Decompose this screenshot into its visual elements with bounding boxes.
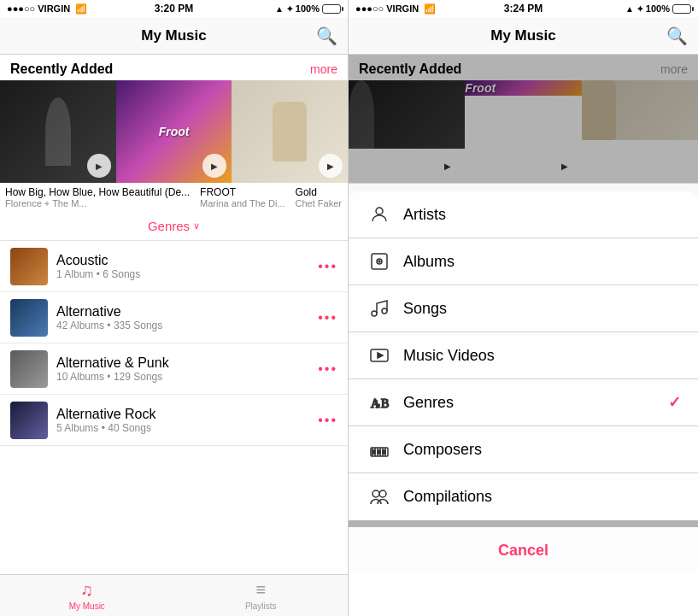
track-name-froot: FROOT	[200, 186, 284, 198]
genres-check-icon: ✓	[668, 393, 681, 412]
right-nav-title: My Music	[490, 27, 556, 44]
play-btn-florence[interactable]: ▶	[87, 154, 111, 178]
action-item-albums[interactable]: Albums	[349, 238, 698, 285]
left-battery-icon	[322, 4, 341, 14]
artist-name-florence: Florence + The M...	[5, 198, 190, 208]
genre-info-acoustic: Acoustic 1 Album • 6 Songs	[56, 253, 318, 280]
artist-name-gold: Chet Faker	[296, 198, 343, 208]
right-location-icon: ▲	[625, 4, 634, 14]
more-dots-altpunk[interactable]: •••	[318, 361, 337, 377]
right-carrier: ●●●○○ VIRGIN 📶	[355, 3, 436, 15]
action-item-compilations[interactable]: Compilations	[349, 473, 698, 520]
more-dots-altrock[interactable]: •••	[318, 413, 337, 428]
album-info-florence: How Big, How Blue, How Beautiful (De... …	[0, 183, 195, 212]
genres-label: Genres	[403, 394, 668, 412]
action-item-songs[interactable]: Songs	[349, 285, 698, 332]
left-tab-bar: ♫ My Music ≡ Playlists	[0, 574, 348, 616]
tab-playlists-icon: ≡	[255, 580, 266, 600]
florence-figure	[45, 97, 71, 166]
tab-my-music[interactable]: ♫ My Music	[0, 580, 174, 611]
genre-label: Genres	[148, 219, 190, 233]
genre-row-altpunk[interactable]: Alternative & Punk 10 Albums • 129 Songs…	[0, 343, 348, 395]
genre-name-alternative: Alternative	[56, 304, 318, 320]
left-album-row: ▶ Froot ▶ ▶	[0, 80, 348, 183]
genre-row-altrock[interactable]: Alternative Rock 5 Albums • 40 Songs •••	[0, 395, 348, 446]
svg-text:♭: ♭	[376, 399, 380, 409]
genre-thumb-altrock	[10, 402, 48, 439]
svg-point-4	[372, 311, 377, 316]
compilations-label: Compilations	[403, 488, 681, 506]
left-status-bar: ●●●○○ VIRGIN 📶 3:20 PM ▲ ✦ 100%	[0, 0, 348, 17]
album-item-florence[interactable]: ▶	[0, 80, 116, 183]
cancel-label: Cancel	[498, 542, 548, 560]
svg-point-22	[379, 490, 386, 497]
genre-selector[interactable]: Genres ∨	[0, 212, 348, 241]
track-name-florence: How Big, How Blue, How Beautiful (De...	[5, 186, 190, 198]
albums-label: Albums	[403, 253, 681, 271]
songs-icon	[366, 298, 393, 319]
action-sheet-content: Artists Albums	[349, 191, 698, 520]
compilations-icon	[366, 487, 393, 507]
composers-label: Composers	[403, 441, 681, 459]
svg-point-5	[382, 308, 387, 314]
album-info-froot: FROOT Marina and The Di...	[195, 183, 290, 212]
more-dots-alternative[interactable]: •••	[318, 310, 337, 326]
right-status-bar: ●●●○○ VIRGIN 📶 3:24 PM ▲ ✦ 100%	[349, 0, 698, 17]
svg-rect-20	[383, 450, 385, 454]
cancel-button[interactable]: Cancel	[349, 527, 698, 574]
track-name-gold: Gold	[296, 186, 343, 198]
artist-name-froot: Marina and The Di...	[200, 198, 284, 208]
left-panel: ●●●○○ VIRGIN 📶 3:20 PM ▲ ✦ 100% My Music…	[0, 0, 349, 616]
genre-thumb-acoustic	[10, 248, 48, 285]
right-search-icon[interactable]: 🔍	[666, 26, 688, 46]
right-time: 3:24 PM	[504, 3, 543, 15]
left-recently-added-header: Recently Added more	[0, 55, 348, 80]
album-info-gold: Gold Chet Faker	[290, 183, 348, 212]
more-dots-acoustic[interactable]: •••	[318, 259, 337, 274]
right-bluetooth-icon: ✦	[636, 4, 643, 14]
left-recently-added-title: Recently Added	[10, 62, 113, 77]
songs-label: Songs	[403, 300, 681, 318]
album-item-froot[interactable]: Froot ▶	[116, 80, 232, 183]
genre-chevron: ∨	[193, 220, 200, 232]
left-battery-label: 100%	[296, 3, 320, 14]
action-sheet: Artists Albums	[349, 191, 698, 574]
genre-meta-acoustic: 1 Album • 6 Songs	[56, 268, 318, 280]
left-location-icon: ▲	[275, 4, 284, 14]
genre-row-acoustic[interactable]: Acoustic 1 Album • 6 Songs •••	[0, 241, 348, 292]
genre-list: Acoustic 1 Album • 6 Songs ••• Alternati…	[0, 241, 348, 574]
tab-playlists[interactable]: ≡ Playlists	[174, 580, 349, 611]
genre-meta-altpunk: 10 Albums • 129 Songs	[56, 371, 318, 383]
album-item-gold[interactable]: ▶	[232, 80, 348, 183]
hand-shape	[273, 102, 307, 161]
genre-meta-altrock: 5 Albums • 40 Songs	[56, 422, 318, 434]
play-btn-gold[interactable]: ▶	[319, 154, 343, 178]
genre-info-alternative: Alternative 42 Albums • 335 Songs	[56, 304, 318, 331]
svg-point-0	[376, 208, 383, 214]
froot-text: Froot	[159, 126, 190, 138]
left-nav-title: My Music	[141, 27, 207, 44]
action-item-artists[interactable]: Artists	[349, 191, 698, 238]
genres-icon: A ♭ B	[366, 392, 393, 413]
right-battery-icon	[672, 4, 691, 14]
action-item-genres[interactable]: A ♭ B Genres ✓	[349, 379, 698, 426]
tab-music-label: My Music	[69, 601, 105, 611]
genre-thumb-alternative	[10, 299, 48, 337]
artists-label: Artists	[403, 206, 681, 224]
left-search-icon[interactable]: 🔍	[316, 26, 337, 46]
action-item-music-videos[interactable]: Music Videos	[349, 332, 698, 379]
svg-text:B: B	[381, 397, 389, 410]
svg-point-21	[372, 490, 379, 497]
genre-thumb-altpunk	[10, 350, 48, 388]
left-battery-area: ▲ ✦ 100%	[275, 3, 341, 14]
genre-row-alternative[interactable]: Alternative 42 Albums • 335 Songs •••	[0, 292, 348, 343]
svg-rect-19	[378, 450, 380, 454]
svg-marker-7	[378, 353, 383, 358]
action-item-composers[interactable]: Composers	[349, 426, 698, 473]
left-more-link[interactable]: more	[310, 62, 337, 76]
left-bluetooth-icon: ✦	[286, 4, 293, 14]
tab-playlists-label: Playlists	[245, 601, 277, 611]
genre-info-altpunk: Alternative & Punk 10 Albums • 129 Songs	[56, 355, 318, 383]
genre-info-altrock: Alternative Rock 5 Albums • 40 Songs	[56, 407, 318, 434]
left-time: 3:20 PM	[155, 3, 193, 15]
